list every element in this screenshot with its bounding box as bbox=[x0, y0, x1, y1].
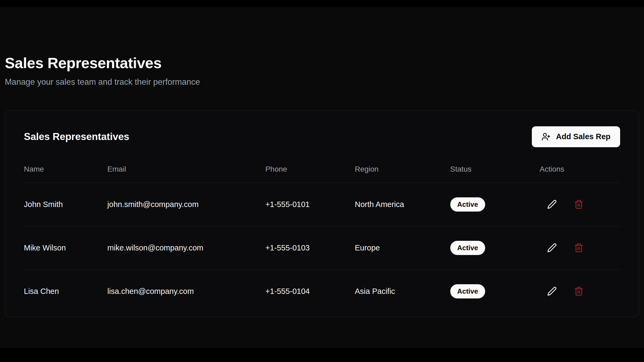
rep-phone: +1-555-0101 bbox=[265, 183, 355, 226]
rep-phone: +1-555-0104 bbox=[265, 269, 355, 313]
sales-reps-card: Sales Representatives Add Sales Rep bbox=[5, 110, 639, 317]
trash-icon bbox=[574, 286, 584, 296]
status-badge: Active bbox=[450, 241, 485, 255]
delete-button[interactable] bbox=[574, 286, 584, 296]
rep-name: Mike Wilson bbox=[24, 226, 107, 269]
rep-status: Active bbox=[450, 226, 540, 269]
rep-region: North America bbox=[355, 183, 450, 226]
trash-icon bbox=[574, 200, 584, 209]
column-header-email: Email bbox=[107, 165, 265, 183]
pencil-icon bbox=[547, 200, 557, 209]
rep-email: lisa.chen@company.com bbox=[107, 269, 265, 313]
rep-email: mike.wilson@company.com bbox=[107, 226, 265, 269]
rep-actions bbox=[540, 269, 620, 313]
add-sales-rep-button[interactable]: Add Sales Rep bbox=[532, 126, 620, 147]
table-row: Lisa Chen lisa.chen@company.com +1-555-0… bbox=[24, 269, 620, 313]
column-header-phone: Phone bbox=[265, 165, 355, 183]
pencil-icon bbox=[547, 243, 557, 253]
rep-name: Lisa Chen bbox=[24, 269, 107, 313]
edit-button[interactable] bbox=[547, 286, 557, 296]
card-header: Sales Representatives Add Sales Rep bbox=[24, 126, 620, 147]
rep-actions bbox=[540, 183, 620, 226]
rep-email: john.smith@company.com bbox=[107, 183, 265, 226]
delete-button[interactable] bbox=[574, 243, 584, 253]
page-subtitle: Manage your sales team and track their p… bbox=[5, 77, 639, 87]
rep-status: Active bbox=[450, 269, 540, 313]
table-row: Mike Wilson mike.wilson@company.com +1-5… bbox=[24, 226, 620, 269]
column-header-status: Status bbox=[450, 165, 540, 183]
card-title: Sales Representatives bbox=[24, 131, 129, 142]
top-strip bbox=[0, 0, 644, 7]
rep-actions bbox=[540, 226, 620, 269]
sales-reps-table: Name Email Phone Region Status Actions J… bbox=[24, 165, 620, 313]
column-header-actions: Actions bbox=[540, 165, 620, 183]
rep-region: Europe bbox=[355, 226, 450, 269]
rep-status: Active bbox=[450, 183, 540, 226]
rep-name: John Smith bbox=[24, 183, 107, 226]
rep-phone: +1-555-0103 bbox=[265, 226, 355, 269]
column-header-name: Name bbox=[24, 165, 107, 183]
rep-region: Asia Pacific bbox=[355, 269, 450, 313]
edit-button[interactable] bbox=[547, 243, 557, 253]
status-badge: Active bbox=[450, 284, 485, 298]
column-header-region: Region bbox=[355, 165, 450, 183]
page-container: Sales Representatives Manage your sales … bbox=[0, 55, 644, 317]
delete-button[interactable] bbox=[574, 200, 584, 209]
bottom-strip bbox=[0, 348, 644, 362]
table-row: John Smith john.smith@company.com +1-555… bbox=[24, 183, 620, 226]
edit-button[interactable] bbox=[547, 200, 557, 209]
add-sales-rep-label: Add Sales Rep bbox=[556, 132, 610, 141]
page-title: Sales Representatives bbox=[5, 55, 639, 71]
status-badge: Active bbox=[450, 197, 485, 212]
table-header-row: Name Email Phone Region Status Actions bbox=[24, 165, 620, 183]
trash-icon bbox=[574, 243, 584, 253]
pencil-icon bbox=[547, 286, 557, 296]
user-plus-icon bbox=[541, 132, 551, 141]
